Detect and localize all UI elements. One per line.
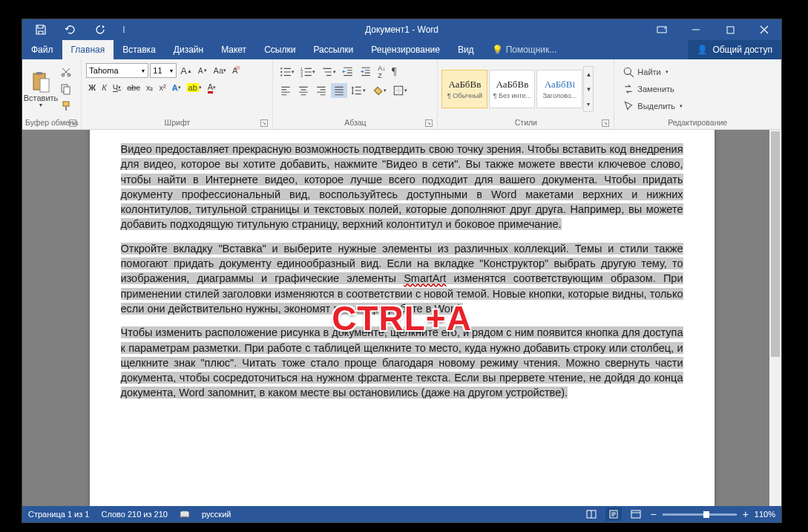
tab-home[interactable]: Главная — [62, 40, 114, 59]
italic-button[interactable]: К — [99, 80, 108, 95]
shrink-font-button[interactable]: A▼ — [196, 63, 210, 78]
group-clipboard: Вставить ▼ Буфер обмена↘ — [22, 59, 82, 129]
maximize-button[interactable] — [713, 19, 747, 40]
tab-references[interactable]: Ссылки — [255, 40, 304, 59]
brush-icon — [60, 100, 72, 112]
view-print-layout[interactable] — [605, 508, 622, 521]
change-case-button[interactable]: Aa▾ — [211, 63, 229, 78]
paragraph-3[interactable]: Чтобы изменить расположение рисунка в до… — [121, 325, 683, 400]
status-page[interactable]: Страница 1 из 1 — [28, 510, 89, 519]
minimize-button[interactable] — [679, 19, 713, 40]
style-no-spacing[interactable]: АаБбВв¶ Без инте... — [489, 70, 535, 108]
align-left-button[interactable] — [277, 83, 294, 98]
font-name-combo[interactable]: Tahoma▼ — [86, 63, 148, 78]
view-web-layout[interactable] — [628, 508, 644, 521]
bullets-button[interactable]: ▾ — [277, 65, 297, 79]
svg-rect-1 — [727, 27, 734, 33]
undo-button[interactable] — [59, 19, 82, 40]
ribbon-display-button[interactable] — [645, 19, 679, 40]
title-bar: ⁞ Документ1 - Word — [22, 19, 781, 40]
svg-rect-9 — [63, 102, 69, 106]
status-proofing-icon[interactable]: 📖 — [180, 510, 190, 519]
svg-rect-20 — [631, 510, 640, 518]
format-painter-button[interactable] — [58, 99, 74, 114]
cut-button[interactable] — [58, 65, 74, 79]
qat-customize[interactable]: ⁞ — [119, 19, 129, 40]
ribbon-tabs: Файл Главная Вставка Дизайн Макет Ссылки… — [22, 40, 781, 59]
share-button[interactable]: 👤Общий доступ — [688, 40, 781, 59]
find-button[interactable]: Найти▾ — [620, 65, 775, 79]
word-window: ⁞ Документ1 - Word Файл Главная Вставка … — [22, 19, 781, 522]
clipboard-dialog-launcher[interactable]: ↘ — [69, 119, 76, 127]
clear-formatting-button[interactable]: A⊘ — [230, 63, 240, 78]
tab-view[interactable]: Вид — [449, 40, 483, 59]
svg-point-12 — [281, 74, 283, 76]
styles-expand[interactable]: ▾ — [584, 96, 593, 111]
tab-mailings[interactable]: Рассылки — [304, 40, 362, 59]
share-icon: 👤 — [697, 45, 708, 55]
increase-indent-button[interactable] — [358, 65, 374, 79]
status-words[interactable]: Слово 210 из 210 — [101, 510, 168, 519]
show-marks-button[interactable]: ¶ — [390, 65, 398, 79]
underline-button[interactable]: Ч▾ — [111, 80, 123, 95]
tab-design[interactable]: Дизайн — [165, 40, 212, 59]
page[interactable]: Видео предоставляет прекрасную возможнос… — [90, 130, 715, 506]
font-dialog-launcher[interactable]: ↘ — [260, 119, 268, 127]
zoom-slider[interactable] — [663, 513, 737, 516]
lightbulb-icon: 💡 — [492, 45, 503, 55]
copy-button[interactable] — [58, 82, 74, 96]
paste-button[interactable]: Вставить ▼ — [25, 62, 56, 116]
select-button[interactable]: Выделить▾ — [620, 99, 775, 114]
view-read-mode[interactable] — [583, 508, 600, 521]
numbering-button[interactable]: 123▾ — [298, 65, 318, 79]
tab-layout[interactable]: Макет — [212, 40, 255, 59]
grow-font-button[interactable]: A▲ — [178, 63, 194, 78]
subscript-button[interactable]: x₂ — [144, 80, 156, 95]
tab-file[interactable]: Файл — [22, 40, 62, 59]
decrease-indent-button[interactable] — [340, 65, 356, 79]
tab-insert[interactable]: Вставка — [114, 40, 165, 59]
style-heading1[interactable]: АаБбВіЗаголово... — [536, 70, 582, 108]
style-normal[interactable]: АаБбВв¶ Обычный — [441, 70, 487, 108]
scissors-icon — [60, 66, 72, 78]
paragraph-1[interactable]: Видео предоставляет прекрасную возможнос… — [121, 142, 683, 232]
tab-review[interactable]: Рецензирование — [362, 40, 449, 59]
paragraph-dialog-launcher[interactable]: ↘ — [425, 119, 433, 127]
borders-button[interactable]: ▾ — [390, 83, 410, 98]
zoom-out-button[interactable]: − — [650, 508, 656, 520]
sort-button[interactable]: A↓Z — [375, 63, 388, 81]
styles-down[interactable]: ▼ — [584, 82, 593, 96]
align-center-button[interactable] — [295, 83, 312, 98]
shading-button[interactable]: ▾ — [369, 83, 389, 98]
redo-button[interactable] — [89, 19, 111, 40]
superscript-button[interactable]: x² — [157, 80, 168, 95]
strikethrough-button[interactable]: abc — [125, 80, 142, 95]
font-size-combo[interactable]: 11▼ — [150, 63, 177, 78]
svg-point-10 — [281, 68, 283, 69]
bold-button[interactable]: Ж — [86, 80, 98, 95]
vertical-scrollbar[interactable] — [769, 130, 781, 506]
multilevel-list-button[interactable]: ▾ — [319, 65, 338, 79]
paragraph-2[interactable]: Откройте вкладку "Вставка" и выберите ну… — [121, 241, 683, 316]
close-button[interactable] — [747, 19, 781, 40]
text-effects-button[interactable]: A▾ — [170, 80, 183, 95]
status-bar: Страница 1 из 1 Слово 210 из 210 📖 русск… — [22, 506, 781, 522]
highlight-button[interactable]: ab▾ — [185, 80, 204, 95]
styles-up[interactable]: ▲ — [584, 67, 593, 82]
group-paragraph: ▾ 123▾ ▾ A↓Z ¶ ▾ ▾ ▾ Абз — [273, 59, 438, 129]
document-area: Видео предоставляет прекрасную возможнос… — [22, 130, 781, 506]
search-icon — [623, 66, 634, 78]
save-button[interactable] — [30, 19, 52, 40]
align-right-button[interactable] — [313, 83, 329, 98]
status-language[interactable]: русский — [202, 510, 231, 519]
line-spacing-button[interactable]: ▾ — [349, 83, 368, 98]
replace-button[interactable]: Заменить — [620, 82, 775, 96]
font-color-button[interactable]: A▾ — [206, 80, 218, 95]
bucket-icon — [372, 85, 384, 96]
styles-dialog-launcher[interactable]: ↘ — [602, 119, 609, 127]
zoom-in-button[interactable]: + — [743, 508, 749, 520]
justify-button[interactable] — [331, 83, 347, 98]
group-font: Tahoma▼ 11▼ A▲ A▼ Aa▾ A⊘ Ж К Ч▾ abc x₂ x… — [82, 59, 273, 129]
zoom-level[interactable]: 110% — [755, 510, 775, 519]
tell-me[interactable]: 💡Помощник... — [483, 40, 566, 59]
